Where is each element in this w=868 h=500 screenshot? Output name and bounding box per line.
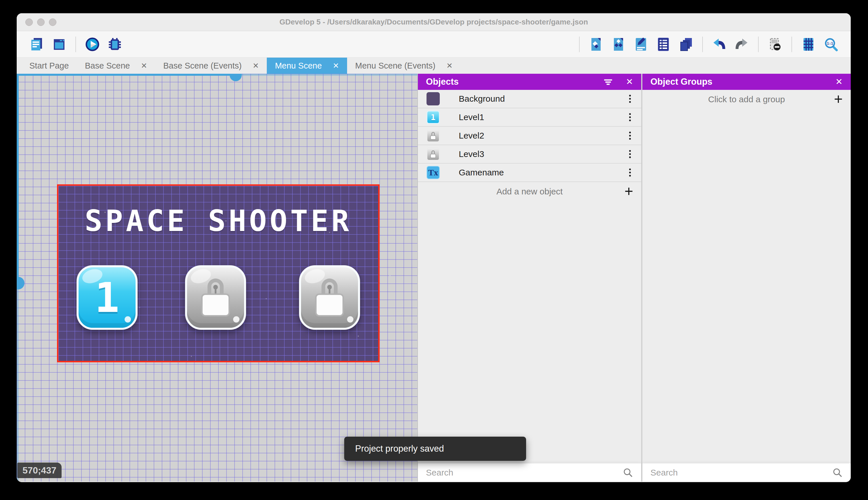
lock-icon <box>201 279 230 317</box>
object-groups-search-input[interactable] <box>650 468 832 478</box>
save-toast: Project properly saved <box>344 436 526 461</box>
properties-panel-icon <box>633 37 649 52</box>
object-row-level2[interactable]: Level2 <box>418 127 641 145</box>
object-row-level3[interactable]: Level3 <box>418 145 641 163</box>
lock-icon <box>315 279 344 317</box>
main-area: SPACE SHOOTER 1 570;437 <box>17 74 851 481</box>
window-mask-icon <box>767 37 783 52</box>
kebab-menu-icon[interactable] <box>627 148 633 160</box>
tab-label: Start Page <box>30 61 69 70</box>
kebab-menu-icon[interactable] <box>627 93 633 104</box>
instances-list-icon <box>656 37 671 52</box>
objects-panel: Objects ✕ Background 1 Level1 Level2 <box>418 74 641 481</box>
scene-title-instance[interactable]: SPACE SHOOTER <box>58 204 378 238</box>
horizontal-scrollbar-knob[interactable] <box>230 74 242 81</box>
tab-close-icon[interactable]: ✕ <box>253 61 259 70</box>
kebab-menu-icon[interactable] <box>627 112 633 123</box>
redo-icon <box>734 37 749 52</box>
level1-button-instance[interactable]: 1 <box>77 265 138 330</box>
objects-panel-icon <box>588 37 604 52</box>
gdevelop-window: GDevelop 5 - /Users/dkarakay/Documents/G… <box>17 13 851 482</box>
scene-window-selection[interactable]: SPACE SHOOTER 1 <box>57 184 379 362</box>
filter-icon[interactable] <box>603 77 613 87</box>
level2-locked-button-instance[interactable] <box>185 265 246 330</box>
tab-close-icon[interactable]: ✕ <box>141 61 147 70</box>
level3-locked-button-instance[interactable] <box>299 265 360 330</box>
scene-editor-canvas[interactable]: SPACE SHOOTER 1 570;437 <box>17 74 417 481</box>
tab-start-page[interactable]: Start Page <box>21 58 77 74</box>
tabbar: Start Page Base Scene ✕ Base Scene (Even… <box>17 58 851 74</box>
project-manager-button[interactable] <box>28 36 45 53</box>
object-groups-panel-button[interactable] <box>610 36 627 53</box>
level2-thumbnail <box>426 129 440 142</box>
plus-icon: + <box>834 93 843 105</box>
preview-play-button[interactable] <box>84 36 101 53</box>
objects-panel-close-icon[interactable]: ✕ <box>626 78 633 86</box>
object-groups-panel-header: Object Groups ✕ <box>642 74 851 90</box>
add-group-label: Click to add a group <box>708 94 785 104</box>
grid-toggle-button[interactable] <box>800 36 817 53</box>
kebab-menu-icon[interactable] <box>627 130 633 141</box>
search-icon <box>623 467 633 478</box>
cursor-coordinates-badge: 570;437 <box>17 463 62 478</box>
scene-window-button[interactable] <box>50 36 68 53</box>
vertical-scrollbar-knob[interactable] <box>17 277 24 289</box>
tab-label: Base Scene (Events) <box>163 61 242 70</box>
layers-panel-button[interactable] <box>677 36 694 53</box>
level3-thumbnail <box>426 147 440 161</box>
level1-digit: 1 <box>95 274 119 321</box>
level1-thumbnail: 1 <box>426 111 440 124</box>
objects-search-input[interactable] <box>426 468 623 478</box>
properties-panel-button[interactable] <box>632 36 649 53</box>
svg-text:1:1: 1:1 <box>827 42 833 46</box>
add-group-button[interactable]: Click to add a group + <box>642 90 851 109</box>
objects-panel-header: Objects ✕ <box>418 74 641 90</box>
titlebar: GDevelop 5 - /Users/dkarakay/Documents/G… <box>17 13 851 31</box>
object-label: Level2 <box>459 131 484 140</box>
debug-icon <box>107 37 122 52</box>
object-label: Background <box>459 94 505 104</box>
window-mask-button[interactable] <box>766 36 784 53</box>
object-row-background[interactable]: Background <box>418 90 641 108</box>
object-label: Level1 <box>459 112 484 122</box>
tab-close-icon[interactable]: ✕ <box>333 61 339 70</box>
objects-panel-title: Objects <box>426 77 459 87</box>
add-new-object-button[interactable]: Add a new object + <box>418 182 641 201</box>
redo-button[interactable] <box>733 36 750 53</box>
layers-panel-icon <box>678 37 694 52</box>
tab-label: Menu Scene <box>275 61 322 70</box>
object-groups-panel-close-icon[interactable]: ✕ <box>835 78 843 86</box>
instances-list-button[interactable] <box>655 36 672 53</box>
tab-base-scene-events[interactable]: Base Scene (Events) ✕ <box>155 58 267 74</box>
toolbar-separator <box>791 37 792 52</box>
lock-icon <box>430 132 436 140</box>
background-thumbnail <box>426 92 440 105</box>
undo-button[interactable] <box>711 36 728 53</box>
object-row-level1[interactable]: 1 Level1 <box>418 108 641 127</box>
tab-close-icon[interactable]: ✕ <box>446 61 453 70</box>
tab-menu-scene-events[interactable]: Menu Scene (Events) ✕ <box>347 58 461 74</box>
object-label: Gamename <box>459 168 504 178</box>
toolbar-separator <box>75 37 76 52</box>
zoom-1-1-icon: 1:1 <box>823 37 838 52</box>
text-object-thumbnail: Tx <box>426 166 440 179</box>
object-groups-empty-space <box>642 109 851 463</box>
plus-icon: + <box>624 185 633 197</box>
vertical-scrollbar-fill <box>17 74 19 283</box>
lock-icon <box>430 150 436 158</box>
debug-button[interactable] <box>106 36 124 53</box>
undo-icon <box>712 37 727 52</box>
zoom-1-1-button[interactable]: 1:1 <box>822 36 840 53</box>
object-row-gamename[interactable]: Tx Gamename <box>418 163 641 182</box>
object-label: Level3 <box>459 149 484 159</box>
object-groups-search-bar <box>642 463 851 481</box>
objects-panel-button[interactable] <box>587 36 605 53</box>
scene-window-icon <box>51 37 67 52</box>
objects-panel-empty-space <box>418 201 641 463</box>
kebab-menu-icon[interactable] <box>627 167 633 178</box>
tab-base-scene[interactable]: Base Scene ✕ <box>77 58 155 74</box>
add-new-object-label: Add a new object <box>496 186 563 196</box>
tab-menu-scene[interactable]: Menu Scene ✕ <box>267 58 347 74</box>
toolbar-separator <box>758 37 759 52</box>
grid-icon <box>801 37 816 52</box>
